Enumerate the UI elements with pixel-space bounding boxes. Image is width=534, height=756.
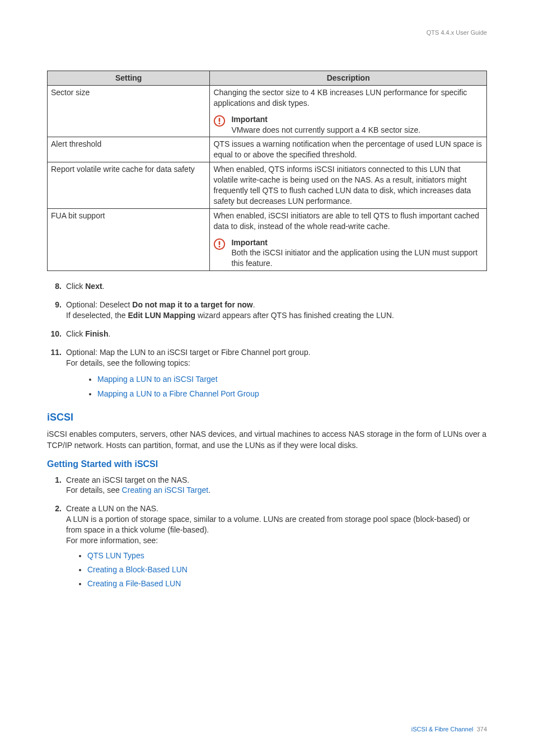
th-description: Description [210,71,487,86]
link-mapping-fc[interactable]: Mapping a LUN to a Fibre Channel Port Gr… [97,389,259,398]
step-text: . [108,329,110,338]
step-number: 2. [47,503,66,592]
important-note: Important VMware does not currently supp… [213,114,483,136]
important-body: VMware does not currently support a 4 KB… [231,125,483,136]
cell-description: Changing the sector size to 4 KB increas… [210,85,487,137]
cell-description: When enabled, iSCSI initiators are able … [210,208,487,270]
step-text: For more information, see: [66,536,158,545]
step-text: Create a LUN on the NAS. [66,504,158,513]
svg-point-5 [219,246,221,248]
list-item: Creating a File-Based LUN [87,578,487,589]
step-number: 10. [47,329,66,339]
step-bold: Finish [85,329,108,338]
steps-list: 8. Click Next. 9. Optional: Deselect Do … [47,281,487,404]
heading-iscsi: iSCSI [47,412,487,423]
sub-list: Mapping a LUN to an iSCSI Target Mapping… [97,374,487,400]
link-creating-iscsi-target[interactable]: Creating an iSCSI Target [122,486,209,494]
table-row: FUA bit support When enabled, iSCSI init… [48,208,487,270]
link-creating-file-lun[interactable]: Creating a File-Based LUN [87,579,181,588]
link-mapping-iscsi[interactable]: Mapping a LUN to an iSCSI Target [97,375,218,384]
footer-section: iSCSI & Fibre Channel [411,726,474,732]
sub-list: QTS LUN Types Creating a Block-Based LUN… [87,550,487,589]
important-body: Both the iSCSI initiator and the applica… [231,248,483,269]
list-item: 8. Click Next. [47,281,487,292]
svg-point-2 [219,123,221,124]
settings-table: Setting Description Sector size Changing… [47,71,487,271]
iscsi-paragraph: iSCSI enables computers, servers, other … [47,429,487,451]
step-number: 1. [47,475,66,496]
step-text: Optional: Map the LUN to an iSCSI target… [66,348,311,357]
list-item: 1. Create an iSCSI target on the NAS. Fo… [47,475,487,496]
step-text: Create an iSCSI target on the NAS. [66,475,189,484]
important-icon [213,238,226,250]
step-text: A LUN is a portion of storage space, sim… [66,515,470,534]
step-text: . [253,300,255,309]
step-text: Optional: Deselect [66,300,132,309]
footer-page: 374 [477,726,487,732]
table-row: Alert threshold QTS issues a warning not… [48,137,487,162]
list-item: QTS LUN Types [87,550,487,561]
svg-rect-1 [219,118,221,122]
cell-setting: Report volatile write cache for data saf… [48,162,210,209]
svg-rect-4 [219,241,221,245]
table-row: Sector size Changing the sector size to … [48,85,487,137]
step-bold: Do not map it to a target for now [132,300,252,309]
link-creating-block-lun[interactable]: Creating a Block-Based LUN [87,565,188,574]
cell-description: QTS issues a warning notification when t… [210,137,487,162]
important-note: Important Both the iSCSI initiator and t… [213,237,483,269]
heading-getting-started: Getting Started with iSCSI [47,459,487,469]
list-item: 2. Create a LUN on the NAS. A LUN is a p… [47,503,487,592]
desc-text: Changing the sector size to 4 KB increas… [213,88,467,108]
important-title: Important [231,237,483,248]
getting-started-list: 1. Create an iSCSI target on the NAS. Fo… [47,475,487,592]
list-item: Mapping a LUN to a Fibre Channel Port Gr… [97,389,487,399]
step-text: If deselected, the [66,311,128,320]
cell-setting: Alert threshold [48,137,210,162]
th-setting: Setting [48,71,210,86]
list-item: Creating a Block-Based LUN [87,564,487,575]
list-item: 9. Optional: Deselect Do not map it to a… [47,300,487,321]
list-item: Mapping a LUN to an iSCSI Target [97,374,487,385]
list-item: 11. Optional: Map the LUN to an iSCSI ta… [47,347,487,404]
table-row: Report volatile write cache for data saf… [48,162,487,209]
desc-text: When enabled, iSCSI initiators are able … [213,211,479,231]
link-qts-lun-types[interactable]: QTS LUN Types [87,551,144,560]
step-number: 9. [47,300,66,321]
footer: iSCSI & Fibre Channel 374 [411,726,487,732]
cell-setting: FUA bit support [48,208,210,270]
step-bold: Next [85,282,102,291]
step-bold: Edit LUN Mapping [128,311,196,320]
step-text: Click [66,329,85,338]
step-text: Click [66,282,85,291]
step-text: . [102,282,105,291]
important-icon [213,115,226,127]
cell-description: When enabled, QTS informs iSCSI initiato… [210,162,487,209]
step-number: 11. [47,347,66,404]
header-guide-title: QTS 4.4.x User Guide [427,29,487,36]
step-text: For details, see the following topics: [66,358,190,367]
important-title: Important [231,114,483,125]
cell-setting: Sector size [48,85,210,137]
step-text: . [208,486,210,494]
step-number: 8. [47,281,66,292]
step-text: For details, see [66,486,122,494]
step-text: wizard appears after QTS has finished cr… [195,311,394,320]
list-item: 10. Click Finish. [47,329,487,339]
